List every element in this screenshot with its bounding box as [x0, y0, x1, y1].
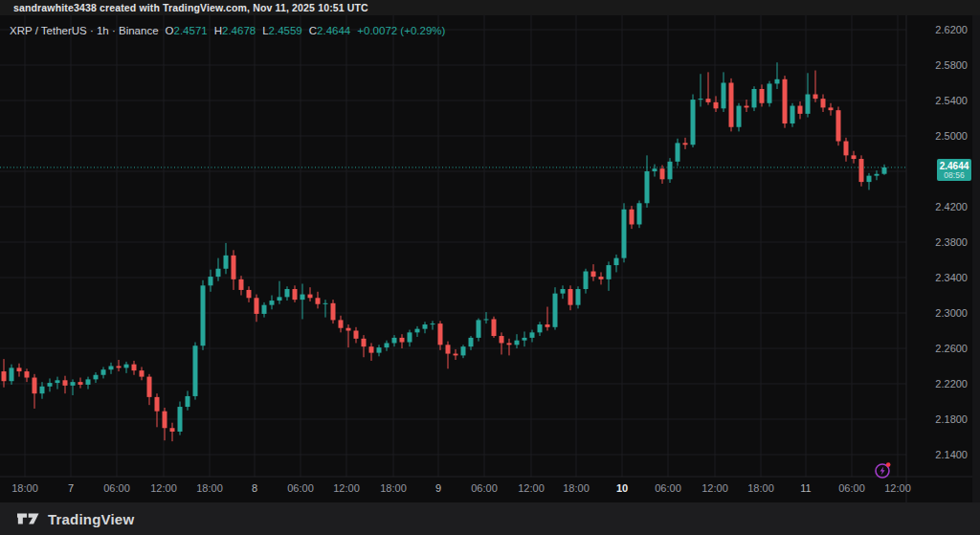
candle[interactable]: [132, 361, 137, 375]
candle[interactable]: [683, 138, 688, 149]
candle[interactable]: [400, 334, 405, 348]
candle[interactable]: [500, 332, 504, 354]
candle[interactable]: [760, 84, 765, 106]
candle[interactable]: [239, 276, 244, 295]
candle[interactable]: [392, 335, 397, 346]
candle[interactable]: [17, 364, 22, 377]
candle[interactable]: [369, 343, 374, 361]
candlestick-chart[interactable]: [0, 15, 980, 502]
candle[interactable]: [262, 302, 267, 318]
candle[interactable]: [124, 362, 129, 373]
candle[interactable]: [875, 170, 880, 180]
candle[interactable]: [155, 393, 160, 427]
candle[interactable]: [844, 138, 849, 162]
candle[interactable]: [791, 103, 795, 127]
candle[interactable]: [339, 316, 344, 333]
candle[interactable]: [553, 287, 558, 329]
candle[interactable]: [316, 292, 321, 309]
candle[interactable]: [101, 367, 106, 378]
candle[interactable]: [477, 319, 481, 342]
candle[interactable]: [232, 250, 236, 290]
candle[interactable]: [247, 286, 252, 302]
candle[interactable]: [201, 280, 206, 350]
candle[interactable]: [768, 81, 772, 107]
candle[interactable]: [186, 390, 190, 410]
candle[interactable]: [109, 363, 114, 374]
candle[interactable]: [454, 349, 458, 360]
candle[interactable]: [78, 378, 83, 389]
time-axis[interactable]: 18:00706:0012:0018:00806:0012:0018:00906…: [0, 477, 980, 502]
candle[interactable]: [10, 365, 14, 385]
candle[interactable]: [86, 377, 91, 390]
candle[interactable]: [278, 281, 282, 304]
candle[interactable]: [538, 322, 543, 336]
candle[interactable]: [829, 103, 834, 116]
candle[interactable]: [423, 322, 428, 333]
candle[interactable]: [147, 374, 152, 405]
candle[interactable]: [523, 331, 527, 346]
candle[interactable]: [645, 155, 650, 208]
candle[interactable]: [798, 101, 803, 120]
candle[interactable]: [178, 402, 183, 435]
candle[interactable]: [56, 377, 60, 390]
candle[interactable]: [568, 285, 573, 310]
candle[interactable]: [691, 95, 696, 147]
candle[interactable]: [660, 166, 665, 184]
candle[interactable]: [163, 408, 167, 440]
candle[interactable]: [140, 367, 145, 380]
candle[interactable]: [714, 96, 719, 112]
candle[interactable]: [362, 335, 367, 357]
candle[interactable]: [591, 264, 596, 281]
candle[interactable]: [308, 287, 313, 301]
candle[interactable]: [561, 285, 566, 299]
candle[interactable]: [653, 165, 657, 177]
symbol-title[interactable]: XRP / TetherUS · 1h · Binance: [10, 25, 159, 36]
candle[interactable]: [446, 342, 451, 369]
candle[interactable]: [607, 261, 612, 291]
candle[interactable]: [209, 270, 213, 292]
candle[interactable]: [821, 95, 826, 113]
candle[interactable]: [285, 286, 290, 301]
current-price-badge[interactable]: 2.4644 08:56: [937, 159, 971, 181]
candle[interactable]: [668, 158, 673, 183]
candle[interactable]: [293, 285, 298, 302]
candle[interactable]: [431, 321, 435, 329]
candle[interactable]: [331, 300, 336, 323]
candle[interactable]: [63, 376, 68, 394]
candle[interactable]: [170, 423, 175, 441]
candle[interactable]: [33, 374, 37, 409]
candle[interactable]: [752, 86, 757, 111]
candle[interactable]: [354, 327, 359, 344]
candle[interactable]: [775, 62, 780, 89]
candle[interactable]: [224, 243, 229, 274]
candle[interactable]: [637, 201, 642, 229]
candle[interactable]: [408, 330, 412, 347]
chart-area[interactable]: XRP / TetherUS · 1h · Binance O2.4571 H2…: [0, 15, 980, 502]
candle[interactable]: [706, 72, 711, 104]
candle[interactable]: [2, 359, 7, 388]
candle[interactable]: [385, 341, 390, 351]
candle[interactable]: [867, 173, 872, 190]
candle[interactable]: [599, 272, 604, 284]
candle[interactable]: [630, 206, 635, 229]
candle[interactable]: [699, 74, 703, 106]
candle[interactable]: [507, 339, 512, 356]
candle[interactable]: [530, 330, 535, 343]
candle[interactable]: [614, 255, 619, 273]
candle[interactable]: [377, 345, 382, 356]
candle[interactable]: [546, 307, 550, 331]
candle[interactable]: [40, 382, 45, 399]
candle[interactable]: [515, 334, 520, 348]
price-axis[interactable]: 2.62002.58002.54002.50002.42002.38002.34…: [906, 15, 980, 477]
candle[interactable]: [492, 317, 497, 338]
candle[interactable]: [193, 343, 198, 400]
candle[interactable]: [737, 103, 742, 132]
candle[interactable]: [461, 345, 466, 358]
candle[interactable]: [859, 155, 864, 186]
candle[interactable]: [813, 71, 818, 102]
flash-notification-icon[interactable]: [874, 461, 893, 480]
candle[interactable]: [783, 76, 788, 128]
candle[interactable]: [323, 300, 328, 318]
candle[interactable]: [622, 203, 627, 262]
candle[interactable]: [48, 378, 53, 391]
